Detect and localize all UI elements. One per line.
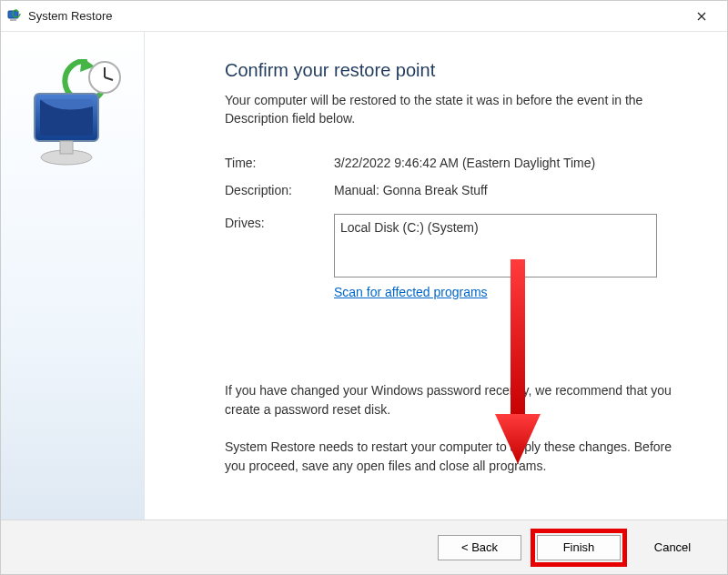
restart-note: System Restore needs to restart your com… bbox=[225, 438, 693, 476]
description-value: Manual: Gonna Break Stuff bbox=[334, 181, 693, 199]
system-restore-app-icon bbox=[6, 8, 23, 25]
info-row-time: Time: 3/22/2022 9:46:42 AM (Eastern Dayl… bbox=[225, 154, 693, 172]
drives-listbox[interactable]: Local Disk (C:) (System) bbox=[334, 214, 657, 277]
password-note: If you have changed your Windows passwor… bbox=[225, 381, 693, 419]
notes-section: If you have changed your Windows passwor… bbox=[225, 381, 693, 476]
description-label: Description: bbox=[225, 181, 334, 199]
finish-button[interactable]: Finish bbox=[537, 535, 621, 560]
annotation-highlight-box: Finish bbox=[531, 529, 627, 567]
window-title: System Restore bbox=[28, 9, 682, 23]
system-restore-wizard-icon bbox=[18, 59, 127, 177]
back-button[interactable]: < Back bbox=[438, 535, 521, 560]
drives-label: Drives: bbox=[225, 214, 334, 301]
time-value: 3/22/2022 9:46:42 AM (Eastern Daylight T… bbox=[334, 154, 693, 172]
info-row-description: Description: Manual: Gonna Break Stuff bbox=[225, 181, 693, 199]
close-button[interactable] bbox=[682, 3, 722, 30]
wizard-footer: < Back Finish Cancel bbox=[1, 520, 727, 574]
wizard-sidebar bbox=[1, 32, 145, 520]
info-row-drives: Drives: Local Disk (C:) (System) Scan fo… bbox=[225, 214, 693, 301]
titlebar: System Restore bbox=[1, 1, 727, 32]
svg-rect-1 bbox=[10, 19, 16, 21]
scan-affected-programs-link[interactable]: Scan for affected programs bbox=[334, 285, 488, 299]
body-area: Confirm your restore point Your computer… bbox=[1, 32, 727, 520]
wizard-content: Confirm your restore point Your computer… bbox=[145, 32, 727, 520]
time-label: Time: bbox=[225, 154, 334, 172]
page-heading: Confirm your restore point bbox=[225, 57, 693, 84]
drive-item[interactable]: Local Disk (C:) (System) bbox=[340, 218, 651, 237]
svg-rect-9 bbox=[60, 141, 73, 154]
page-subtitle: Your computer will be restored to the st… bbox=[225, 91, 693, 128]
cancel-button[interactable]: Cancel bbox=[636, 535, 709, 560]
